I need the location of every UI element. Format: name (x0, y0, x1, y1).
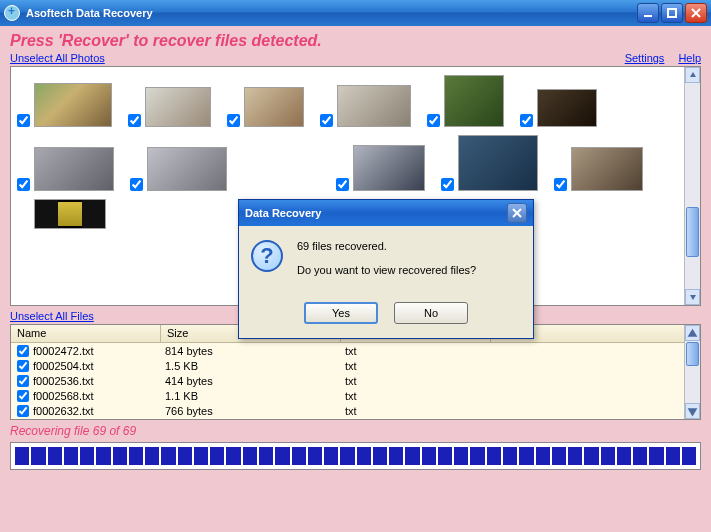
photo-checkbox[interactable] (520, 114, 533, 127)
file-scrollbar[interactable] (684, 325, 700, 419)
photo-checkbox[interactable] (320, 114, 333, 127)
thumbnail-image[interactable] (34, 83, 112, 127)
photo-thumbnail[interactable] (320, 75, 411, 127)
progress-segment (568, 447, 582, 465)
photo-thumbnail[interactable] (17, 75, 112, 127)
dialog-message-line2: Do you want to view recovered files? (297, 264, 476, 276)
progress-segment (552, 447, 566, 465)
progress-segment (113, 447, 127, 465)
photo-checkbox[interactable] (336, 178, 349, 191)
progress-segment (31, 447, 45, 465)
progress-segment (210, 447, 224, 465)
file-size: 1.5 KB (165, 360, 345, 372)
thumbnail-image[interactable] (337, 85, 411, 127)
file-checkbox[interactable] (17, 405, 29, 417)
file-row[interactable]: f0002536.txt414 bytestxt (11, 373, 700, 388)
thumbnail-image[interactable] (458, 135, 538, 191)
progress-segment (292, 447, 306, 465)
progress-segment (80, 447, 94, 465)
progress-segment (48, 447, 62, 465)
maximize-button[interactable] (661, 3, 683, 23)
thumbnail-image[interactable] (34, 147, 114, 191)
photo-thumbnail[interactable] (336, 135, 425, 191)
file-row[interactable]: f0002568.txt1.1 KBtxt (11, 388, 700, 403)
column-header-name[interactable]: Name (11, 325, 161, 342)
progress-segment (129, 447, 143, 465)
thumbnail-image[interactable] (147, 147, 227, 191)
dialog-message-line1: 69 files recovered. (297, 240, 476, 252)
file-extension: txt (345, 405, 495, 417)
photo-thumbnail[interactable] (17, 199, 106, 229)
photo-checkbox[interactable] (130, 178, 143, 191)
progress-segment (161, 447, 175, 465)
thumbnail-image[interactable] (244, 87, 304, 127)
thumbnail-image[interactable] (145, 87, 211, 127)
yes-button[interactable]: Yes (304, 302, 378, 324)
file-name: f0002536.txt (33, 375, 165, 387)
scroll-down-icon[interactable] (685, 403, 700, 419)
file-checkbox[interactable] (17, 360, 29, 372)
scroll-up-icon[interactable] (685, 325, 700, 341)
file-checkbox[interactable] (17, 345, 29, 357)
question-icon: ? (251, 240, 283, 272)
no-button[interactable]: No (394, 302, 468, 324)
unselect-all-files-link[interactable]: Unselect All Files (10, 310, 94, 322)
progress-segment (519, 447, 533, 465)
scroll-thumb[interactable] (686, 342, 699, 366)
photo-checkbox[interactable] (227, 114, 240, 127)
scroll-up-icon[interactable] (685, 67, 700, 83)
photo-checkbox[interactable] (17, 178, 30, 191)
progress-segment (275, 447, 289, 465)
progress-segment (487, 447, 501, 465)
progress-segment (470, 447, 484, 465)
scroll-thumb[interactable] (686, 207, 699, 257)
progress-segment (145, 447, 159, 465)
photo-thumbnail[interactable] (554, 135, 643, 191)
dialog-titlebar: Data Recovery (239, 200, 533, 226)
file-checkbox[interactable] (17, 390, 29, 402)
dialog-close-button[interactable] (507, 203, 527, 223)
progress-segment (324, 447, 338, 465)
photo-thumbnail[interactable] (441, 135, 538, 191)
unselect-all-photos-link[interactable]: Unselect All Photos (10, 52, 105, 64)
file-size: 814 bytes (165, 345, 345, 357)
close-button[interactable] (685, 3, 707, 23)
photo-checkbox[interactable] (441, 178, 454, 191)
photo-checkbox[interactable] (554, 178, 567, 191)
scroll-down-icon[interactable] (685, 289, 700, 305)
thumbnail-image[interactable] (571, 147, 643, 191)
progress-segment (357, 447, 371, 465)
photo-thumbnail[interactable] (130, 135, 227, 191)
photo-thumbnail[interactable] (128, 75, 211, 127)
dialog-title: Data Recovery (245, 207, 507, 219)
photo-scrollbar[interactable] (684, 67, 700, 305)
photo-checkbox[interactable] (17, 114, 30, 127)
file-name: f0002568.txt (33, 390, 165, 402)
file-size: 414 bytes (165, 375, 345, 387)
photo-checkbox[interactable] (128, 114, 141, 127)
thumbnail-image[interactable] (537, 89, 597, 127)
file-name: f0002632.txt (33, 405, 165, 417)
photo-thumbnail[interactable] (227, 75, 304, 127)
progress-segment (64, 447, 78, 465)
file-extension: txt (345, 375, 495, 387)
photo-thumbnail[interactable] (17, 135, 114, 191)
status-text: Recovering file 69 of 69 (10, 424, 701, 438)
settings-link[interactable]: Settings (625, 52, 665, 64)
thumbnail-image[interactable] (34, 199, 106, 229)
file-row[interactable]: f0002504.txt1.5 KBtxt (11, 358, 700, 373)
thumbnail-image[interactable] (353, 145, 425, 191)
progress-segment (454, 447, 468, 465)
thumbnail-image[interactable] (444, 75, 504, 127)
titlebar: Asoftech Data Recovery (0, 0, 711, 26)
progress-bar (10, 442, 701, 470)
help-link[interactable]: Help (678, 52, 701, 64)
photo-checkbox[interactable] (427, 114, 440, 127)
file-row[interactable]: f0002632.txt766 bytestxt (11, 403, 700, 418)
photo-thumbnail[interactable] (520, 75, 597, 127)
file-row[interactable]: f0002472.txt814 bytestxt (11, 343, 700, 358)
window-title: Asoftech Data Recovery (26, 7, 635, 19)
photo-thumbnail[interactable] (427, 75, 504, 127)
minimize-button[interactable] (637, 3, 659, 23)
file-checkbox[interactable] (17, 375, 29, 387)
